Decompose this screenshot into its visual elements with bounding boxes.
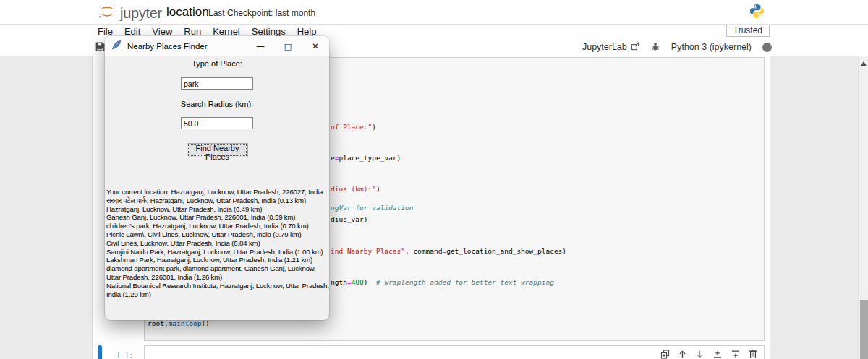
menu-settings[interactable]: Settings: [246, 26, 292, 37]
scrollbar[interactable]: [858, 56, 868, 359]
dialog-titlebar[interactable]: Nearby Places Finder — □ ✕: [105, 36, 329, 56]
menu-view[interactable]: View: [146, 26, 178, 37]
move-up-icon[interactable]: [678, 350, 687, 359]
radius-input[interactable]: [181, 117, 253, 129]
jupyter-logo-icon: [98, 2, 116, 24]
result-line: Lakshman Park, Hazratganj, Lucknow, Utta…: [106, 256, 328, 264]
delete-cell-icon[interactable]: [749, 349, 757, 359]
code-line[interactable]: dius_var): [331, 215, 367, 223]
insert-below-icon[interactable]: [731, 350, 741, 359]
notebook-title[interactable]: location: [166, 5, 209, 20]
radius-label: Search Radius (km):: [105, 100, 329, 108]
results-text: Your current location: Hazratganj, Luckn…: [106, 188, 328, 298]
menu-edit[interactable]: Edit: [119, 26, 146, 37]
cell-toolbar: [660, 349, 757, 359]
insert-above-icon[interactable]: [712, 350, 723, 359]
result-line: India (1.29 km): [106, 290, 328, 299]
move-down-icon[interactable]: [695, 350, 705, 359]
jupyter-logo[interactable]: jupyter: [98, 2, 162, 24]
notebook-header: jupyter location Last Checkpoint: last m…: [0, 0, 868, 25]
debugger-icon[interactable]: [650, 42, 660, 52]
screen: jupyter location Last Checkpoint: last m…: [0, 0, 868, 359]
code-line[interactable]: root.mainloop(): [148, 319, 210, 327]
result-line: Your current location: Hazratganj, Luckn…: [106, 188, 328, 196]
result-line: National Botanical Research Institute, H…: [106, 282, 328, 290]
external-link-icon: [631, 42, 639, 53]
jupyter-brand-text: jupyter: [120, 5, 162, 22]
result-line: diamond apartment park, diamond apartmen…: [106, 264, 328, 273]
nearby-places-dialog: Nearby Places Finder — □ ✕ Type of Place…: [105, 36, 329, 320]
menu-file[interactable]: File: [92, 26, 119, 37]
maximize-button[interactable]: □: [274, 36, 302, 56]
scrollbar-thumb[interactable]: [860, 300, 868, 359]
find-nearby-places-button[interactable]: Find Nearby Places: [187, 143, 248, 157]
menu-help[interactable]: Help: [292, 26, 323, 37]
result-line: Uttar Pradesh, 226001, India (1.26 km): [106, 273, 328, 282]
result-line: Ganesh Ganj, Lucknow, Uttar Pradesh, 226…: [106, 213, 328, 222]
tk-feather-icon: [111, 40, 122, 53]
save-icon[interactable]: [95, 41, 106, 55]
empty-cell[interactable]: [144, 345, 765, 359]
code-line[interactable]: of Place:"): [331, 123, 376, 131]
minimize-button[interactable]: —: [247, 36, 274, 56]
result-line: children's park, Hazratganj, Lucknow, Ut…: [106, 222, 328, 230]
code-line[interactable]: ind Nearby Places", command=get_location…: [331, 247, 566, 255]
selected-cell-indicator: [98, 345, 102, 359]
jupyterlab-link-label: JupyterLab: [582, 42, 627, 52]
cell-prompt: [ ]:: [116, 351, 133, 359]
checkpoint-text: Last Checkpoint: last month: [208, 8, 315, 18]
menu-run[interactable]: Run: [178, 26, 207, 37]
type-of-place-label: Type of Place:: [105, 59, 329, 68]
result-line: Hazratganj, Lucknow, Uttar Pradesh, Indi…: [106, 205, 328, 214]
toolbar-right: JupyterLab Python 3 (ipykernel): [582, 38, 772, 56]
result-line: Sarojini Naidu Park, Hazratganj, Lucknow…: [106, 248, 328, 256]
dialog-title: Nearby Places Finder: [127, 42, 247, 51]
python-logo-icon: [749, 3, 765, 22]
scroll-up-arrow-icon[interactable]: [861, 61, 867, 66]
code-line[interactable]: ngVar for validation: [331, 204, 413, 212]
kernel-name[interactable]: Python 3 (ipykernel): [671, 42, 752, 52]
trusted-badge[interactable]: Trusted: [726, 25, 770, 37]
code-line[interactable]: ngth=400) # wraplength added for better …: [331, 278, 554, 286]
close-button[interactable]: ✕: [302, 36, 329, 56]
result-line: Civil Lines, Lucknow, Uttar Pradesh, Ind…: [106, 239, 328, 248]
duplicate-cell-icon[interactable]: [660, 350, 670, 359]
code-line[interactable]: dius (km):"): [331, 185, 380, 193]
menu-kernel[interactable]: Kernel: [207, 26, 246, 37]
code-line[interactable]: e=place_type_var): [331, 154, 401, 162]
kernel-status-icon: [762, 43, 772, 52]
jupyterlab-link[interactable]: JupyterLab: [582, 42, 639, 53]
place-type-input[interactable]: [181, 77, 253, 90]
result-line: सरदार पटेल पार्क, Hazratganj, Lucknow, U…: [106, 196, 328, 205]
result-line: Picnic Lawn\, Civil Lines, Lucknow, Utta…: [106, 230, 328, 239]
